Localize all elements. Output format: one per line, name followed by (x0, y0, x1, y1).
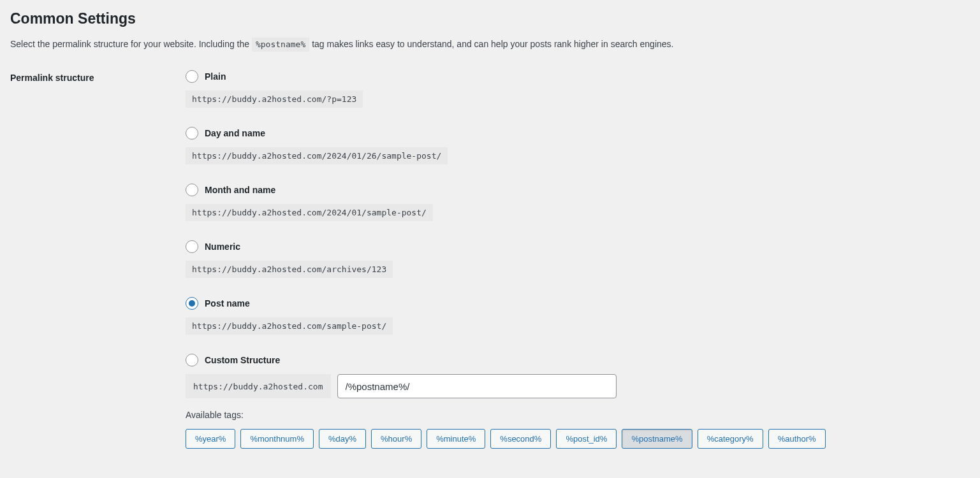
option-plain: Plain https://buddy.a2hosted.com/?p=123 (186, 70, 970, 108)
option-numeric: Numeric https://buddy.a2hosted.com/archi… (186, 240, 970, 278)
example-postname: https://buddy.a2hosted.com/sample-post/ (186, 317, 393, 335)
tag-category[interactable]: %category% (698, 429, 763, 449)
example-numeric: https://buddy.a2hosted.com/archives/123 (186, 261, 393, 278)
tag-row: %year% %monthnum% %day% %hour% %minute% … (186, 429, 970, 449)
example-monthname: https://buddy.a2hosted.com/2024/01/sampl… (186, 204, 433, 221)
radio-dayname[interactable] (186, 127, 198, 140)
tag-post-id[interactable]: %post_id% (556, 429, 617, 449)
option-custom: Custom Structure https://buddy.a2hosted.… (186, 354, 970, 449)
desc-code-tag: %postname% (252, 38, 309, 52)
custom-structure-input[interactable] (337, 374, 617, 398)
radio-custom[interactable] (186, 354, 198, 366)
permalink-structure-label: Permalink structure (10, 73, 94, 83)
radio-numeric[interactable] (186, 240, 198, 253)
tag-second[interactable]: %second% (490, 429, 551, 449)
tag-postname[interactable]: %postname% (622, 429, 692, 449)
label-dayname: Day and name (205, 128, 265, 138)
tag-monthnum[interactable]: %monthnum% (240, 429, 314, 449)
radio-monthname[interactable] (186, 184, 198, 196)
tag-hour[interactable]: %hour% (371, 429, 421, 449)
example-dayname: https://buddy.a2hosted.com/2024/01/26/sa… (186, 147, 448, 164)
option-monthname: Month and name https://buddy.a2hosted.co… (186, 184, 970, 221)
label-numeric: Numeric (205, 242, 240, 252)
section-description: Select the permalink structure for your … (10, 38, 970, 51)
tag-year[interactable]: %year% (186, 429, 235, 449)
option-postname: Post name https://buddy.a2hosted.com/sam… (186, 297, 970, 335)
radio-plain[interactable] (186, 70, 198, 83)
option-dayname: Day and name https://buddy.a2hosted.com/… (186, 127, 970, 164)
desc-text-pre: Select the permalink structure for your … (10, 39, 252, 49)
tag-author[interactable]: %author% (768, 429, 826, 449)
tag-day[interactable]: %day% (319, 429, 366, 449)
tag-minute[interactable]: %minute% (427, 429, 485, 449)
available-tags-label: Available tags: (186, 410, 970, 420)
label-monthname: Month and name (205, 185, 275, 195)
label-plain: Plain (205, 71, 226, 82)
label-postname: Post name (205, 298, 250, 308)
custom-prefix: https://buddy.a2hosted.com (186, 374, 331, 398)
radio-postname[interactable] (186, 297, 198, 310)
example-plain: https://buddy.a2hosted.com/?p=123 (186, 91, 363, 108)
label-custom: Custom Structure (205, 355, 280, 365)
desc-text-post: tag makes links easy to understand, and … (309, 39, 673, 49)
section-title: Common Settings (10, 10, 970, 27)
